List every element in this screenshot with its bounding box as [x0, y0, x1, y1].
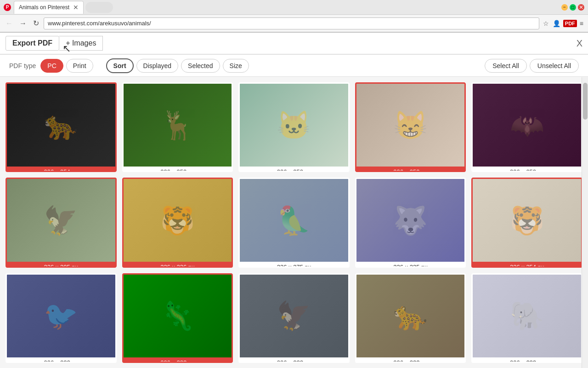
pdf-type-label: PDF type: [9, 62, 36, 69]
image-size-label: 236 x ??? px: [7, 357, 115, 363]
image-grid: 🐆236 x 354 px🦌236 x 353 px🐱236 x 353 px😸…: [0, 77, 588, 368]
selected-filter-button[interactable]: Selected: [181, 59, 220, 73]
close-extension-button[interactable]: X: [577, 38, 582, 49]
close-window-button[interactable]: ✕: [578, 4, 584, 11]
image-size-label: 236 x ??? px: [240, 357, 348, 363]
image-card[interactable]: 🦜236 x 375 px: [238, 178, 350, 267]
user-icon[interactable]: 👤: [552, 19, 561, 28]
select-all-button[interactable]: Select All: [485, 59, 527, 73]
image-size-label: 236 x 353 px: [473, 167, 581, 172]
scrollbar[interactable]: [582, 77, 588, 368]
filter-bar: PDF type PC Print Sort Displayed Selecte…: [0, 55, 588, 77]
menu-button[interactable]: ≡: [579, 19, 584, 28]
image-card[interactable]: 🐯236 x 354 px: [471, 178, 582, 267]
image-card[interactable]: 🐦236 x ??? px: [6, 273, 117, 363]
image-card[interactable]: 🦅236 x ??? px: [238, 273, 350, 363]
image-size-label: 236 x 354 px: [473, 262, 581, 267]
browser-chrome: P Animals on Pinterest ✕ − □ ✕ ← → ↻ ☆ 👤…: [0, 0, 588, 33]
pdf-extension-icon[interactable]: PDF: [563, 20, 577, 27]
print-filter-button[interactable]: Print: [66, 59, 93, 73]
sort-filter-button[interactable]: Sort: [106, 58, 134, 73]
image-size-label: 236 x ??? px: [473, 357, 581, 363]
pc-filter-button[interactable]: PC: [40, 59, 63, 73]
image-size-label: 236 x 236 px: [124, 262, 232, 267]
image-size-label: 236 x ??? px: [124, 357, 232, 363]
image-card[interactable]: 🐱236 x 353 px: [238, 82, 350, 172]
unselect-all-button[interactable]: Unselect All: [530, 59, 579, 73]
cursor-pointer: ↖: [62, 43, 71, 55]
maximize-button[interactable]: □: [570, 4, 576, 11]
refresh-button[interactable]: ↻: [31, 18, 41, 29]
back-button[interactable]: ←: [4, 18, 15, 29]
image-card[interactable]: 🐯236 x 236 px: [122, 178, 233, 267]
window-controls: − □ ✕: [561, 4, 584, 11]
image-size-label: 236 x ??? px: [356, 357, 465, 363]
image-size-label: 236 x 305 px: [7, 262, 115, 267]
image-card[interactable]: 😸236 x 353 px: [355, 82, 466, 172]
export-pdf-button[interactable]: Export PDF: [6, 36, 59, 51]
image-card[interactable]: 🦅236 x 305 px: [6, 178, 117, 267]
image-size-label: 236 x 235 px: [356, 262, 465, 267]
forward-button[interactable]: →: [17, 18, 28, 29]
image-size-label: 236 x 353 px: [356, 167, 465, 172]
size-filter-button[interactable]: Size: [223, 59, 249, 73]
image-card[interactable]: 🐘236 x ??? px: [471, 273, 582, 363]
image-size-label: 236 x 353 px: [240, 167, 348, 172]
image-size-label: 236 x 353 px: [124, 167, 232, 172]
image-card[interactable]: 🦇236 x 353 px: [471, 82, 582, 172]
minimize-button[interactable]: −: [561, 4, 568, 11]
tab-title: Animals on Pinterest: [19, 4, 69, 11]
pinterest-favicon: P: [4, 4, 11, 11]
nav-bar: ← → ↻ ☆ 👤 PDF ≡: [0, 15, 588, 32]
scrollbar-thumb[interactable]: [583, 83, 588, 120]
image-card[interactable]: 🦎236 x ??? px: [122, 273, 233, 363]
tab-close-button[interactable]: ✕: [73, 4, 79, 11]
nav-icons: ☆ 👤 PDF ≡: [542, 19, 584, 28]
title-bar: P Animals on Pinterest ✕ − □ ✕: [0, 0, 588, 15]
address-bar[interactable]: [44, 17, 539, 29]
browser-tab[interactable]: Animals on Pinterest ✕: [14, 1, 84, 14]
image-size-label: 236 x 354 px: [7, 167, 115, 172]
image-size-label: 236 x 375 px: [240, 262, 348, 267]
image-card[interactable]: 🦌236 x 353 px: [122, 82, 233, 172]
bookmark-icon[interactable]: ☆: [542, 19, 550, 28]
image-card[interactable]: 🐆236 x 354 px: [6, 82, 117, 172]
image-card[interactable]: 🐺236 x 235 px: [355, 178, 466, 267]
extension-bar: Export PDF + Images ↖ X: [0, 33, 588, 55]
image-card[interactable]: 🐆236 x ??? px: [355, 273, 466, 363]
displayed-filter-button[interactable]: Displayed: [136, 59, 178, 73]
